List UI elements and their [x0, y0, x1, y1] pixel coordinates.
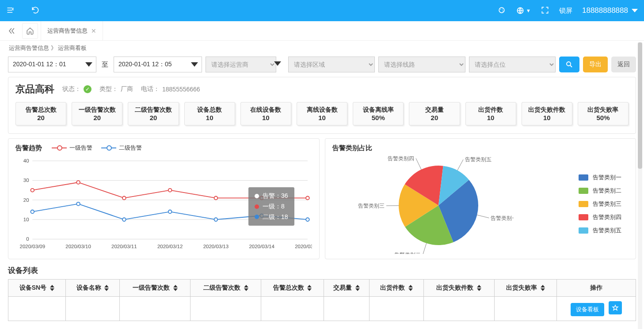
stat-tile: 交易量20	[409, 102, 460, 125]
table-header[interactable]: 交易量	[324, 280, 370, 297]
pie-chart: 告警类别占比 告警类别一告警类别二告警类别三告警类别四告警类别五 告警类别一告警…	[325, 138, 636, 259]
tab-bar: 运营商告警信息 ✕	[0, 21, 644, 41]
caret-down-icon	[632, 9, 638, 12]
svg-text:2020/03/09: 2020/03/09	[20, 244, 45, 249]
status-ok-icon: ✓	[84, 85, 91, 93]
back-button[interactable]: 返回	[611, 57, 636, 72]
svg-text:0: 0	[26, 236, 29, 242]
breadcrumb: 运营商告警信息 》 运营商看板	[0, 41, 644, 54]
svg-text:2020/03/10: 2020/03/10	[65, 244, 91, 249]
svg-point-5	[567, 62, 571, 66]
stat-tile: 设备总数10	[184, 102, 235, 125]
legend-item[interactable]: 告警类别三	[579, 200, 621, 208]
to-label: 至	[100, 61, 110, 69]
svg-point-3	[503, 10, 503, 11]
stat-tile: 出货失败件数10	[522, 102, 572, 125]
device-dashboard-button[interactable]: 设备看板	[571, 303, 604, 316]
svg-point-1	[500, 9, 501, 10]
svg-text:30: 30	[23, 178, 29, 183]
svg-point-23	[30, 189, 34, 192]
svg-text:10: 10	[23, 217, 29, 222]
trend-chart: 告警趋势 一级告警二级告警 0102030402020/03/092020/03…	[8, 138, 320, 259]
breadcrumb-sep: 》	[51, 45, 57, 51]
date-to-picker[interactable]: 2020-01-01 12：05	[114, 57, 202, 72]
svg-point-33	[168, 210, 172, 214]
svg-text:2020/03/14: 2020/03/14	[249, 244, 274, 249]
stat-tile: 设备离线率50%	[353, 102, 404, 125]
stat-tile: 出货失败率50%	[578, 102, 629, 125]
legend-item[interactable]: 告警类别五	[579, 227, 621, 234]
svg-point-31	[76, 202, 80, 206]
sort-icon[interactable]	[104, 285, 109, 291]
table-header[interactable]: 出货失败件数	[423, 280, 494, 297]
svg-line-39	[423, 243, 426, 254]
table-row: 设备看板	[8, 297, 636, 321]
user-phone: 18888888888	[582, 6, 628, 15]
theme-icon[interactable]	[497, 6, 506, 16]
date-from-picker[interactable]: 2020-01-01 12：01	[8, 57, 96, 72]
device-list-title: 设备列表	[8, 265, 636, 276]
home-icon[interactable]	[22, 23, 38, 39]
table-header[interactable]: 告警总次数	[261, 280, 324, 297]
sort-icon[interactable]	[355, 285, 360, 291]
device-list-section: 设备列表 设备SN号 设备名称 一级告警次数 二级告警次数 告警总次数 交易量 …	[8, 265, 636, 321]
legend-item[interactable]: 告警类别一	[579, 174, 621, 182]
stat-tile: 一级告警次数20	[72, 102, 122, 125]
table-header[interactable]: 二级告警次数	[191, 280, 261, 297]
globe-icon[interactable]: ▼	[516, 6, 531, 15]
table-header[interactable]: 操作	[556, 280, 636, 297]
table-header[interactable]: 一级告警次数	[120, 280, 191, 297]
operator-select[interactable]: 请选择运营商	[206, 57, 276, 72]
stat-tile: 二级告警次数20	[128, 102, 179, 125]
svg-point-24	[76, 181, 80, 184]
svg-text:20: 20	[23, 197, 29, 203]
sort-icon[interactable]	[244, 285, 248, 291]
tabs-back-icon[interactable]	[4, 23, 19, 39]
area-select[interactable]: 请选择区域	[288, 57, 375, 72]
tab-operator-alert-info[interactable]: 运营商告警信息 ✕	[41, 21, 103, 41]
refresh-icon[interactable]	[31, 6, 40, 16]
tab-label: 运营商告警信息	[47, 27, 88, 35]
legend-item[interactable]: 告警类别二	[579, 187, 621, 195]
vertical-scrollbar[interactable]	[638, 42, 642, 321]
fullscreen-icon[interactable]	[541, 6, 549, 16]
stat-tile: 出货件数10	[465, 102, 516, 125]
sort-icon[interactable]	[541, 285, 545, 291]
sort-icon[interactable]	[173, 285, 178, 291]
sort-icon[interactable]	[50, 285, 54, 291]
svg-point-27	[214, 197, 218, 200]
sort-icon[interactable]	[408, 285, 413, 291]
menu-toggle-icon[interactable]	[6, 6, 15, 16]
svg-line-37	[477, 215, 489, 218]
pie-chart-svg[interactable]: 告警类别一告警类别二告警类别三告警类别四告警类别五	[332, 152, 514, 254]
pie-chart-title: 告警类别占比	[332, 144, 372, 152]
svg-line-45	[457, 159, 463, 170]
sort-icon[interactable]	[307, 285, 312, 291]
svg-point-2	[502, 8, 503, 9]
search-button[interactable]	[559, 57, 579, 72]
sort-icon[interactable]	[477, 285, 481, 291]
table-header[interactable]: 设备名称	[65, 280, 119, 297]
summary-card: 京品高科 状态： ✓ 类型： 厂商 电话： 18855556666 告警总次数2…	[8, 77, 636, 134]
table-header[interactable]: 设备SN号	[8, 280, 66, 297]
lock-screen-button[interactable]: 锁屏	[559, 7, 572, 15]
table-header[interactable]: 出货件数	[370, 280, 423, 297]
legend-item[interactable]: 告警类别四	[579, 213, 621, 221]
breadcrumb-2: 运营商看板	[58, 45, 87, 51]
svg-point-34	[214, 218, 218, 221]
device-table: 设备SN号 设备名称 一级告警次数 二级告警次数 告警总次数 交易量 出货件数 …	[8, 279, 636, 321]
breadcrumb-1[interactable]: 运营商告警信息	[9, 45, 49, 51]
table-header[interactable]: 出货失败率	[494, 280, 556, 297]
svg-text:告警类别一: 告警类别一	[491, 215, 514, 221]
line-select[interactable]: 请选择线路	[378, 57, 465, 72]
legend-item[interactable]: 二级告警	[101, 144, 142, 152]
close-icon[interactable]: ✕	[91, 27, 96, 34]
svg-text:2020/03/13: 2020/03/13	[203, 244, 229, 249]
export-button[interactable]: 导出	[583, 57, 608, 72]
topbar: ▼ 锁屏 18888888888	[0, 0, 644, 21]
favorite-button[interactable]	[609, 301, 622, 314]
point-select[interactable]: 请选择点位	[469, 57, 556, 72]
legend-item[interactable]: 一级告警	[52, 144, 92, 152]
type-meta: 类型： 厂商	[99, 85, 133, 93]
user-menu[interactable]: 18888888888	[582, 6, 638, 15]
